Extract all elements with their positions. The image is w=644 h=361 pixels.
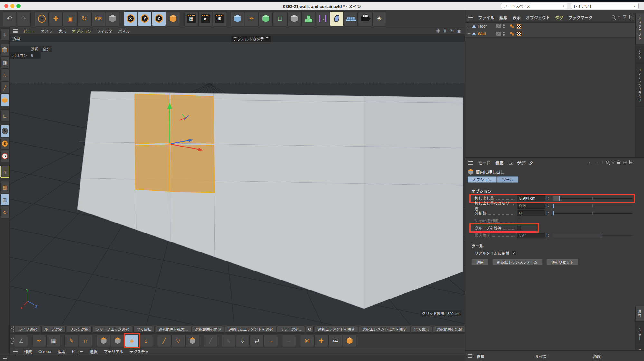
- bottom-menu-texture[interactable]: テクスチャ: [129, 349, 149, 354]
- workplane-rotate-button[interactable]: ↻: [0, 206, 9, 218]
- spinner-icon[interactable]: ▴▾: [546, 233, 550, 237]
- simulation-cloth-menu[interactable]: [330, 11, 344, 26]
- add-point-tool[interactable]: ∠: [14, 335, 28, 347]
- spline-pen-menu[interactable]: ✒: [245, 11, 259, 26]
- ring-selection-button[interactable]: リング選択: [67, 326, 92, 333]
- set-flow-tool[interactable]: ⇓: [236, 335, 250, 347]
- primitive-cube-menu[interactable]: [231, 11, 244, 26]
- texture-mode-button[interactable]: ▩: [0, 56, 9, 69]
- subdivision-input[interactable]: 0: [517, 210, 545, 216]
- om-menu-display[interactable]: 表示: [513, 14, 521, 21]
- extrude-tool[interactable]: [97, 335, 110, 347]
- subdivision-surface-menu[interactable]: [259, 11, 273, 26]
- light-object-menu[interactable]: ☀: [372, 11, 386, 26]
- bottom-menu-material[interactable]: マテリアル: [104, 349, 123, 354]
- new-transform-button[interactable]: 新規にトランスフォーム: [492, 259, 543, 265]
- add-manager-icon[interactable]: ＋: [629, 160, 633, 164]
- om-menu-edit[interactable]: 編集: [499, 14, 507, 21]
- apply-button[interactable]: 適用: [471, 259, 488, 265]
- camera-label[interactable]: デフォルトカメラ: [231, 36, 271, 42]
- polygon-pen-tool[interactable]: ✒: [32, 335, 46, 347]
- nodespace-dropdown[interactable]: ノードスペース∨: [501, 3, 567, 9]
- viewport-solo-hierarchy-button[interactable]: S: [0, 150, 9, 162]
- weld-tool[interactable]: →: [264, 335, 278, 347]
- move-tool[interactable]: ✚: [49, 11, 63, 26]
- mirror-selection-button[interactable]: ミラー選択...: [277, 326, 305, 333]
- om-menu-object[interactable]: オブジェクト: [526, 14, 550, 21]
- mograph-cloner-menu[interactable]: [301, 11, 315, 26]
- am-menu-edit[interactable]: 編集: [496, 160, 504, 166]
- bottom-menu-view[interactable]: ビュー: [71, 349, 83, 354]
- object-row-floor[interactable]: Floor ╱: [465, 23, 635, 30]
- search-icon[interactable]: [606, 161, 609, 164]
- select-connected-button[interactable]: 連続したエレメントを選択: [225, 326, 276, 333]
- phong-tag-icon[interactable]: [510, 24, 515, 29]
- tab-options[interactable]: オプション: [468, 176, 497, 183]
- bottom-menu-icon[interactable]: [13, 350, 18, 353]
- object-row-wall[interactable]: Wall ╱: [465, 30, 635, 37]
- plane-cut-tool[interactable]: ▽: [171, 335, 185, 347]
- texture-tag-icon[interactable]: [517, 32, 521, 36]
- polygon-mode-button[interactable]: [0, 94, 9, 106]
- matrix-extrude-tool[interactable]: ⌂: [139, 335, 153, 347]
- redo-button[interactable]: ↷: [17, 11, 31, 26]
- add-manager-icon[interactable]: ＋: [629, 15, 633, 19]
- shrink-selection-button[interactable]: 選択範囲を縮小: [192, 326, 224, 333]
- generator-menu[interactable]: □: [273, 11, 287, 26]
- om-menu-bookmark[interactable]: ブックマーク: [568, 14, 592, 21]
- unhide-all-button[interactable]: 全て表示: [411, 326, 432, 333]
- lock-icon[interactable]: [617, 162, 620, 164]
- mirror-tool[interactable]: ⋈: [300, 335, 314, 347]
- lock-workplane-button[interactable]: ▨: [0, 194, 9, 206]
- maximum-angle-input[interactable]: 89 °: [517, 233, 545, 238]
- up-icon[interactable]: ↑: [601, 160, 604, 165]
- magnet-tool[interactable]: ∩: [79, 335, 92, 347]
- y-axis-lock-button[interactable]: Y: [138, 11, 152, 26]
- palette-drag-handle[interactable]: [11, 326, 14, 332]
- render-settings-button[interactable]: ⚙: [213, 11, 226, 26]
- knife-tool[interactable]: ╱: [157, 335, 171, 347]
- viewport-solo-off-button[interactable]: S: [0, 125, 9, 137]
- viewport-menu-panel[interactable]: パネル: [118, 28, 130, 34]
- undo-button[interactable]: ↶: [3, 11, 16, 26]
- z-axis-lock-button[interactable]: Z: [152, 11, 166, 26]
- zoom-view-icon[interactable]: ⇕: [443, 29, 447, 33]
- edit-toggle[interactable]: ╱: [496, 32, 501, 36]
- viewport-menu-display[interactable]: 表示: [58, 28, 66, 34]
- workplane-button[interactable]: ▨: [0, 181, 9, 193]
- om-menu-tag[interactable]: タグ: [555, 14, 563, 21]
- viewport-menu-options[interactable]: オプション: [72, 28, 91, 34]
- rotate-tool[interactable]: ↻: [77, 11, 91, 26]
- retriangulate-tool[interactable]: ▦: [46, 335, 60, 347]
- am-menu-userdata[interactable]: ユーザデータ: [509, 160, 533, 166]
- viewport-canvas[interactable]: Y X Z 透視 デフォルトカメラ 選択 合計 ポリゴン 8 グリッド間隔 : …: [10, 35, 465, 325]
- bottom-menu-corona[interactable]: Corona: [38, 349, 51, 354]
- extrude-offset-slider[interactable]: [553, 195, 632, 201]
- am-menu-icon[interactable]: [468, 161, 473, 165]
- render-view-button[interactable]: ▦: [184, 11, 198, 26]
- collapse-tool[interactable]: ⇘: [222, 335, 235, 347]
- spinner-icon[interactable]: ▴▾: [546, 211, 550, 215]
- forward-icon[interactable]: →: [595, 160, 599, 165]
- tab-content-browser[interactable]: コンテンツブラウザ: [636, 64, 644, 107]
- live-selection-button[interactable]: ライブ選択: [15, 326, 40, 333]
- coord-menu-icon[interactable]: [468, 354, 472, 358]
- layout-dropdown[interactable]: レイアウト∨: [571, 3, 639, 9]
- create-ngons-checkbox[interactable]: [517, 218, 521, 223]
- target-icon[interactable]: ◎: [623, 160, 627, 165]
- spinner-icon[interactable]: ▴▾: [546, 196, 550, 200]
- preserve-groups-checkbox[interactable]: [517, 226, 521, 230]
- toggle-view-icon[interactable]: ▣: [457, 29, 461, 33]
- edge-mode-button[interactable]: ╱: [0, 81, 9, 94]
- mirror-selection-settings-icon[interactable]: ⚙: [306, 326, 314, 333]
- floor-object-menu[interactable]: [344, 11, 358, 26]
- search-icon[interactable]: [612, 15, 615, 18]
- psr-tool[interactable]: PSR: [91, 11, 105, 26]
- texture-tag-icon[interactable]: [517, 24, 521, 29]
- view-label[interactable]: 透視: [12, 36, 20, 42]
- om-menu-icon[interactable]: [468, 16, 473, 19]
- om-menu-file[interactable]: ファイル: [478, 14, 494, 21]
- invert-all-button[interactable]: 全て反転: [133, 326, 155, 333]
- loop-cut-tool[interactable]: [185, 335, 199, 347]
- coordinate-system-toggle[interactable]: [166, 11, 180, 26]
